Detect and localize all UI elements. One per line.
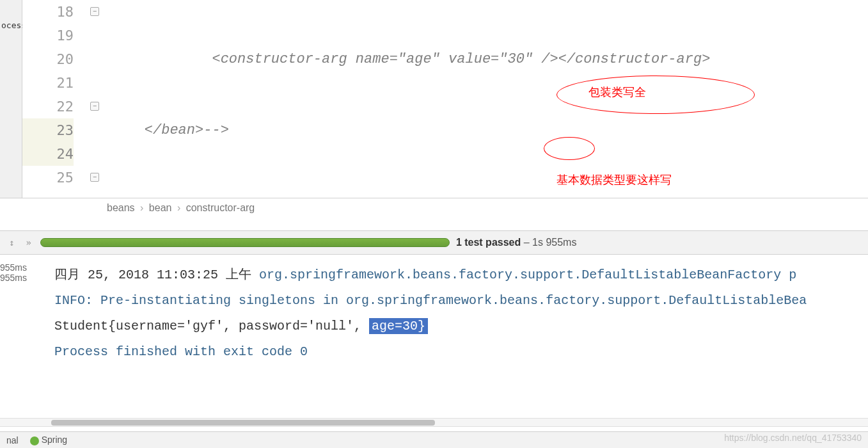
console-line: INFO: Pre-instantiating singletons in or…: [54, 288, 855, 314]
annotation-ellipse: [556, 76, 755, 114]
console-line: Student{username='gyf', password='null',…: [54, 314, 855, 339]
highlighted-text: age=30}: [369, 318, 428, 334]
spring-icon: [30, 436, 39, 445]
fold-toggle-icon[interactable]: −: [90, 102, 99, 111]
terminal-tab[interactable]: nal: [6, 435, 19, 445]
tool-panel: ocess: [0, 0, 22, 198]
chevron-right-icon: ›: [140, 202, 143, 213]
panel-label: ocess: [0, 19, 22, 31]
fold-column: − − −: [86, 0, 106, 198]
scroll-thumb[interactable]: [51, 420, 435, 426]
line-number: 20: [22, 47, 74, 71]
line-number: 23: [22, 118, 74, 142]
test-status: 1 test passed – 1s 955ms: [456, 237, 577, 248]
breadcrumb-item[interactable]: bean: [149, 202, 172, 213]
line-number: 21: [22, 71, 74, 95]
console-line: Process finished with exit code 0: [54, 339, 855, 365]
progress-bar: [40, 238, 450, 247]
line-number: 19: [22, 24, 74, 47]
line-number: 18: [22, 0, 74, 24]
line-gutter: 18 19 20 21 22 23 24 25: [22, 0, 86, 198]
annotation-text: 基本数据类型要这样写: [556, 172, 672, 188]
spring-tab[interactable]: Spring: [30, 435, 67, 445]
annotation-text: 包装类写全: [588, 84, 646, 100]
nav-prev-icon[interactable]: ↕: [6, 236, 17, 249]
breadcrumb[interactable]: beans › bean › constructor-arg: [0, 198, 868, 218]
line-number: 22: [22, 95, 74, 118]
watermark: https://blog.csdn.net/qq_41753340: [724, 433, 862, 443]
test-results-bar: ↕ » 1 test passed – 1s 955ms: [0, 230, 868, 255]
console-output[interactable]: 四月 25, 2018 11:03:25 上午 org.springframew…: [0, 255, 868, 418]
fold-toggle-icon[interactable]: −: [90, 173, 99, 182]
line-number: 25: [22, 166, 74, 189]
breadcrumb-item[interactable]: beans: [107, 202, 135, 213]
code-text: <constructor-arg name="age" value="30" /…: [111, 51, 710, 67]
code-text: </bean>-->: [111, 122, 229, 138]
line-number: 24: [22, 142, 74, 166]
side-timing: 955ms 955ms: [0, 262, 27, 283]
code-text: [106, 189, 868, 198]
horizontal-scrollbar[interactable]: [0, 418, 868, 427]
chevron-right-icon: ›: [177, 202, 180, 213]
breadcrumb-item[interactable]: constructor-arg: [186, 202, 255, 213]
fold-toggle-icon[interactable]: −: [90, 7, 99, 16]
nav-expand-icon[interactable]: »: [23, 236, 33, 249]
console-line: 四月 25, 2018 11:03:25 上午 org.springframew…: [54, 262, 855, 288]
annotation-ellipse: [544, 137, 595, 160]
code-content[interactable]: <constructor-arg name="age" value="30" /…: [106, 0, 868, 198]
